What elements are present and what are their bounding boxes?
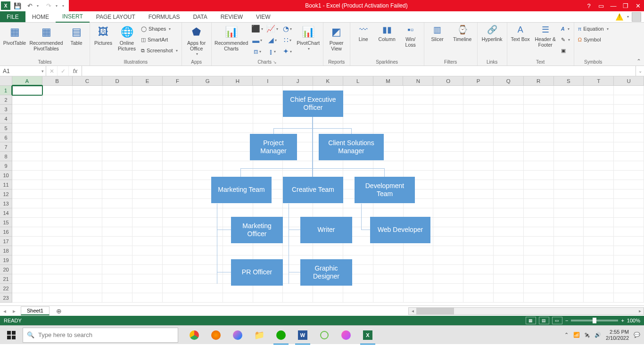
cell[interactable]	[73, 274, 103, 284]
cell[interactable]	[343, 208, 373, 218]
cell[interactable]	[193, 284, 223, 293]
tab-view[interactable]: VIEW	[249, 11, 277, 22]
cell[interactable]	[313, 161, 343, 171]
cell[interactable]	[433, 274, 463, 284]
cell[interactable]	[494, 171, 524, 180]
cell[interactable]	[73, 123, 103, 133]
cell[interactable]	[463, 171, 494, 180]
cell[interactable]	[102, 133, 132, 142]
row-header[interactable]: 17	[0, 237, 12, 246]
cell[interactable]	[494, 114, 524, 123]
cell[interactable]	[584, 95, 614, 105]
cell[interactable]	[132, 237, 163, 246]
zoom-in-icon[interactable]: +	[621, 318, 624, 323]
cell[interactable]	[102, 142, 132, 152]
cell[interactable]	[433, 123, 463, 133]
cell[interactable]	[223, 123, 253, 133]
activation-warning-icon[interactable]	[616, 13, 623, 21]
cell[interactable]	[12, 218, 42, 227]
cell[interactable]	[433, 227, 463, 237]
cell[interactable]	[524, 142, 554, 152]
cell[interactable]	[494, 293, 524, 303]
signin-avatar-icon[interactable]	[632, 12, 641, 22]
cell[interactable]	[614, 218, 644, 227]
org-node-pr-officer[interactable]: PR Officer	[231, 259, 283, 286]
cell[interactable]	[12, 180, 42, 189]
cell[interactable]	[554, 171, 584, 180]
cell[interactable]	[102, 95, 132, 105]
tab-insert[interactable]: INSERT	[56, 11, 90, 23]
cell[interactable]	[102, 246, 132, 255]
cell[interactable]	[223, 161, 253, 171]
cell[interactable]	[524, 293, 554, 303]
table-button[interactable]: ▤Table	[66, 24, 87, 46]
cell[interactable]	[163, 293, 193, 303]
tray-network-icon[interactable]: 📶	[573, 332, 580, 338]
cell[interactable]	[283, 246, 313, 255]
cell[interactable]	[463, 95, 494, 105]
cell[interactable]	[524, 227, 554, 237]
cell[interactable]	[73, 293, 103, 303]
view-page-layout-icon[interactable]: ▤	[539, 317, 549, 324]
cell[interactable]	[73, 86, 103, 95]
row-header[interactable]: 23	[0, 293, 12, 303]
column-chart-button[interactable]: ⬛▾	[251, 24, 264, 34]
row-header[interactable]: 1	[0, 86, 12, 95]
cell[interactable]	[73, 265, 103, 274]
sparkline-winloss-button[interactable]: ▪▫Win/ Loss	[400, 24, 421, 48]
cell[interactable]	[163, 208, 193, 218]
cell[interactable]	[42, 123, 73, 133]
row-header[interactable]: 20	[0, 265, 12, 274]
cell[interactable]	[524, 105, 554, 114]
cell[interactable]	[193, 105, 223, 114]
cell[interactable]	[433, 161, 463, 171]
cell[interactable]	[193, 293, 223, 303]
cell[interactable]	[102, 189, 132, 199]
cell[interactable]	[584, 86, 614, 95]
horizontal-scrollbar[interactable]: ◂ ▸	[408, 307, 644, 315]
row-header[interactable]: 16	[0, 227, 12, 237]
cell[interactable]	[73, 284, 103, 293]
cell[interactable]	[614, 227, 644, 237]
cell[interactable]	[463, 274, 494, 284]
cell[interactable]	[404, 255, 434, 265]
tab-home[interactable]: HOME	[25, 11, 56, 22]
cell[interactable]	[313, 246, 343, 255]
cell[interactable]	[223, 246, 253, 255]
column-header[interactable]: K	[313, 76, 343, 86]
cell[interactable]	[12, 208, 42, 218]
cell[interactable]	[584, 142, 614, 152]
cell[interactable]	[42, 255, 73, 265]
cell[interactable]	[163, 227, 193, 237]
org-node-development-team[interactable]: Development Team	[355, 177, 415, 203]
help-icon[interactable]: ?	[583, 0, 595, 11]
column-header[interactable]: O	[433, 76, 463, 86]
hyperlink-button[interactable]: 🔗Hyperlink	[480, 24, 504, 42]
online-pictures-button[interactable]: 🌐Online Pictures	[116, 24, 137, 51]
cell[interactable]	[223, 114, 253, 123]
cell[interactable]	[463, 246, 494, 255]
save-icon[interactable]: 💾	[12, 0, 23, 11]
cell[interactable]	[554, 86, 584, 95]
cell[interactable]	[494, 180, 524, 189]
cell[interactable]	[253, 86, 283, 95]
cell[interactable]	[554, 237, 584, 246]
cell[interactable]	[494, 123, 524, 133]
taskbar-messenger-icon[interactable]	[227, 326, 248, 345]
view-normal-icon[interactable]: ▦	[526, 317, 536, 324]
cell[interactable]	[12, 95, 42, 105]
cell[interactable]	[554, 105, 584, 114]
cell[interactable]	[373, 274, 404, 284]
org-node-creative-team[interactable]: Creative Team	[283, 177, 343, 203]
cell[interactable]	[554, 293, 584, 303]
cell[interactable]	[614, 180, 644, 189]
timeline-button[interactable]: ⌚Timeline	[451, 24, 474, 42]
cell[interactable]	[524, 284, 554, 293]
pivottable-button[interactable]: ▦PivotTable	[3, 24, 26, 46]
cell[interactable]	[73, 208, 103, 218]
cell[interactable]	[614, 293, 644, 303]
cell[interactable]	[404, 246, 434, 255]
cell[interactable]	[373, 255, 404, 265]
cell[interactable]	[373, 161, 404, 171]
cell[interactable]	[163, 133, 193, 142]
